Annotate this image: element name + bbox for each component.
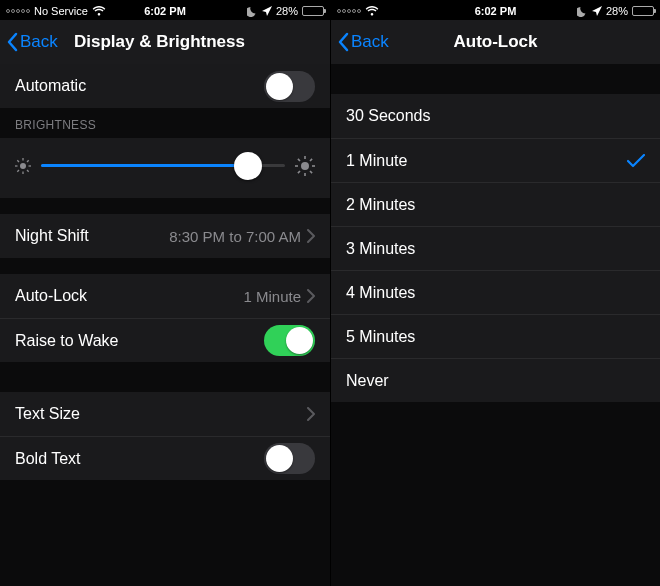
row-automatic[interactable]: Automatic <box>0 64 330 108</box>
option-row[interactable]: 30 Seconds <box>331 94 660 138</box>
svg-line-17 <box>310 159 312 161</box>
option-row[interactable]: 5 Minutes <box>331 314 660 358</box>
row-text-size[interactable]: Text Size <box>0 392 330 436</box>
checkmark-icon <box>627 154 645 168</box>
battery-pct: 28% <box>276 5 298 17</box>
svg-point-0 <box>20 163 26 169</box>
back-label: Back <box>20 32 58 52</box>
status-bar: No Service 6:02 PM 28% <box>0 0 330 20</box>
svg-line-7 <box>17 170 19 172</box>
option-label: 3 Minutes <box>346 240 645 258</box>
back-button[interactable]: Back <box>331 32 395 52</box>
slider-fill <box>41 164 248 167</box>
option-row[interactable]: 1 Minute <box>331 138 660 182</box>
svg-line-15 <box>310 171 312 173</box>
status-time: 6:02 PM <box>475 5 517 17</box>
row-detail: 1 Minute <box>243 288 301 305</box>
battery-icon <box>632 6 654 16</box>
option-label: 2 Minutes <box>346 196 645 214</box>
status-bar: 6:02 PM 28% <box>331 0 660 20</box>
row-detail: 8:30 PM to 7:00 AM <box>169 228 301 245</box>
battery-icon <box>302 6 324 16</box>
option-label: Never <box>346 372 645 390</box>
wifi-icon <box>365 6 379 16</box>
chevron-right-icon <box>307 229 315 243</box>
status-time: 6:02 PM <box>144 5 186 17</box>
location-icon <box>592 6 602 16</box>
signal-dots-icon <box>6 9 30 13</box>
moon-icon <box>577 6 588 17</box>
chevron-right-icon <box>307 407 315 421</box>
row-label: Auto-Lock <box>15 287 243 305</box>
toggle-automatic[interactable] <box>264 71 315 102</box>
row-label: Text Size <box>15 405 307 423</box>
nav-bar: Back Auto-Lock <box>331 20 660 64</box>
group-header-brightness: BRIGHTNESS <box>0 108 330 138</box>
option-row[interactable]: 3 Minutes <box>331 226 660 270</box>
option-row[interactable]: 2 Minutes <box>331 182 660 226</box>
toggle-raise-to-wake[interactable] <box>264 325 315 356</box>
option-label: 1 Minute <box>346 152 627 170</box>
option-label: 30 Seconds <box>346 107 645 125</box>
screen-display-brightness: No Service 6:02 PM 28% Back Display & Br… <box>0 0 330 586</box>
row-raise-to-wake[interactable]: Raise to Wake <box>0 318 330 362</box>
row-label: Automatic <box>15 77 264 95</box>
wifi-icon <box>92 6 106 16</box>
slider-thumb <box>234 152 262 180</box>
svg-line-14 <box>298 159 300 161</box>
chevron-right-icon <box>307 289 315 303</box>
content: Automatic BRIGHTNESS Night Shift 8:30 PM… <box>0 64 330 586</box>
nav-bar: Back Display & Brightness <box>0 20 330 64</box>
option-label: 4 Minutes <box>346 284 645 302</box>
screen-auto-lock: 6:02 PM 28% Back Auto-Lock 30 Seconds1 M… <box>330 0 660 586</box>
brightness-slider[interactable] <box>41 152 285 180</box>
back-button[interactable]: Back <box>0 32 64 52</box>
svg-line-5 <box>17 160 19 162</box>
battery-pct: 28% <box>606 5 628 17</box>
location-icon <box>262 6 272 16</box>
option-label: 5 Minutes <box>346 328 645 346</box>
row-bold-text[interactable]: Bold Text <box>0 436 330 480</box>
row-label: Bold Text <box>15 450 264 468</box>
row-label: Raise to Wake <box>15 332 264 350</box>
toggle-bold-text[interactable] <box>264 443 315 474</box>
svg-line-16 <box>298 171 300 173</box>
back-label: Back <box>351 32 389 52</box>
row-brightness-slider <box>0 138 330 198</box>
svg-line-6 <box>27 170 29 172</box>
row-night-shift[interactable]: Night Shift 8:30 PM to 7:00 AM <box>0 214 330 258</box>
signal-dots-icon <box>337 9 361 13</box>
moon-icon <box>247 6 258 17</box>
chevron-left-icon <box>6 32 18 52</box>
sun-large-icon <box>295 156 315 176</box>
row-label: Night Shift <box>15 227 169 245</box>
content: 30 Seconds1 Minute2 Minutes3 Minutes4 Mi… <box>331 64 660 586</box>
option-row[interactable]: Never <box>331 358 660 402</box>
sun-small-icon <box>15 158 31 174</box>
option-row[interactable]: 4 Minutes <box>331 270 660 314</box>
row-auto-lock[interactable]: Auto-Lock 1 Minute <box>0 274 330 318</box>
carrier-label: No Service <box>34 5 88 17</box>
svg-point-9 <box>301 162 309 170</box>
chevron-left-icon <box>337 32 349 52</box>
svg-line-8 <box>27 160 29 162</box>
